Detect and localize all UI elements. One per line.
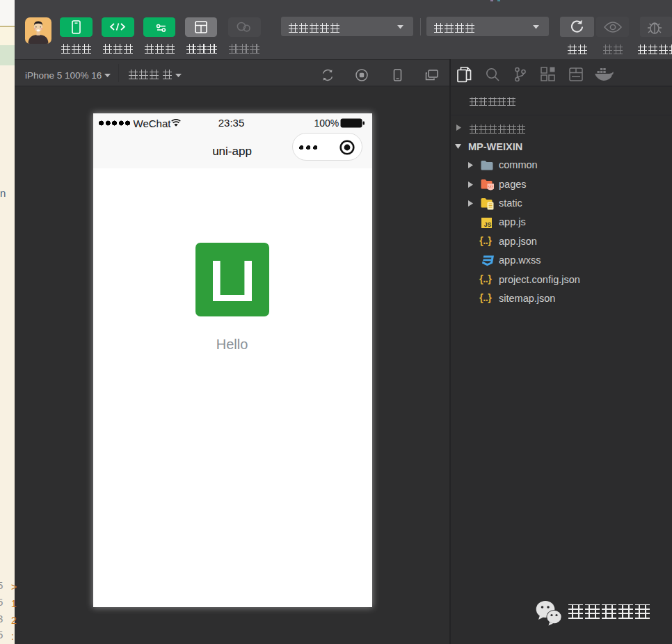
svg-text:JS: JS — [483, 221, 491, 228]
